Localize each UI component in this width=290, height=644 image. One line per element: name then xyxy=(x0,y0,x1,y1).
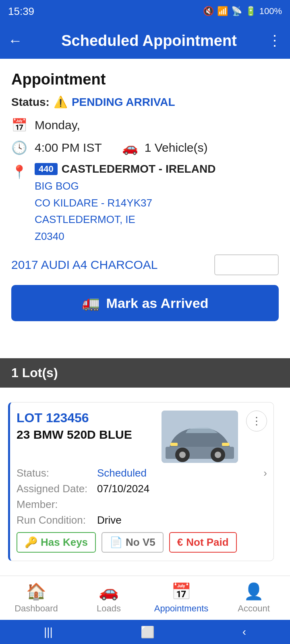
location-details: 440 CASTLEDERMOT - IRELAND BIG BOG CO KI… xyxy=(35,163,215,245)
signal-icon: 📡 xyxy=(231,6,242,17)
vehicle-row: 2017 AUDI A4 CHARCOAL xyxy=(11,254,279,275)
calendar-icon: 📅 xyxy=(11,118,27,133)
back-button[interactable]: ← xyxy=(8,32,23,49)
status-bar: 15:39 🔇 📶 📡 🔋 100% xyxy=(0,0,290,23)
document-icon: 📄 xyxy=(110,536,122,549)
page-title: Scheduled Appointment xyxy=(31,32,267,50)
status-bar-icons: 🔇 📶 📡 🔋 100% xyxy=(203,6,282,17)
address-line1: BIG BOG xyxy=(35,178,215,195)
lot-assigned-date-label: Assigned Date: xyxy=(17,483,97,495)
loads-label: Loads xyxy=(97,603,121,614)
battery-percent: 100% xyxy=(259,6,282,17)
lot-run-condition-value: Drive xyxy=(97,514,267,526)
lot-car-image xyxy=(162,411,238,463)
no-v5-label: No V5 xyxy=(126,536,155,549)
location-badge: 440 xyxy=(35,163,58,175)
nav-appointments[interactable]: 📅 Appointments xyxy=(145,576,218,620)
lot-card: LOT 123456 23 BMW 520D BLUE xyxy=(8,402,274,561)
account-icon: 👤 xyxy=(244,582,264,601)
svg-point-5 xyxy=(215,452,221,458)
address-line2: CO KILDARE - R14YK37 xyxy=(35,195,215,212)
appointments-label: Appointments xyxy=(154,603,209,614)
lots-header: 1 Lot(s) xyxy=(0,358,290,388)
home-button[interactable]: ⬜ xyxy=(141,625,155,639)
vehicles-pair: 🚗 1 Vehicle(s) xyxy=(122,140,208,155)
time-text: 4:00 PM IST xyxy=(35,141,102,155)
date-text: Monday, xyxy=(35,118,80,132)
lot-card-left: LOT 123456 23 BMW 520D BLUE xyxy=(17,411,132,442)
vehicle-input[interactable] xyxy=(214,254,279,275)
not-paid-label: Not Paid xyxy=(186,536,228,549)
lot-badges: 🔑 Has Keys 📄 No V5 € Not Paid xyxy=(17,532,267,553)
lot-member-row: Member: xyxy=(17,498,267,511)
appointment-section-title: Appointment xyxy=(11,71,279,88)
system-bar: ||| ⬜ ‹ xyxy=(0,620,290,644)
has-keys-label: Has Keys xyxy=(41,536,88,549)
lot-run-condition-row: Run Condition: Drive xyxy=(17,514,267,526)
lot-status-label: Status: xyxy=(17,467,97,479)
dashboard-label: Dashboard xyxy=(14,603,58,614)
svg-rect-7 xyxy=(222,443,229,446)
lot-status-value: Scheduled xyxy=(97,467,260,479)
status-row: Status: ⚠️ PENDING ARRIVAL xyxy=(11,95,279,109)
svg-rect-6 xyxy=(170,443,178,446)
status-value: PENDING ARRIVAL xyxy=(72,96,175,109)
not-paid-badge: € Not Paid xyxy=(169,532,237,553)
status-arrow-icon[interactable]: › xyxy=(263,467,267,479)
recent-apps-button[interactable]: ||| xyxy=(44,625,53,638)
battery-icon: 🔋 xyxy=(245,6,256,17)
account-label: Account xyxy=(238,603,270,614)
no-v5-badge: 📄 No V5 xyxy=(102,532,164,553)
mute-icon: 🔇 xyxy=(203,6,214,17)
mark-arrived-button[interactable]: 🚛 Mark as Arrived xyxy=(11,285,279,321)
address-line4: Z0340 xyxy=(35,228,215,245)
app-header: ← Scheduled Appointment ⋮ xyxy=(0,23,290,59)
lot-run-condition-label: Run Condition: xyxy=(17,514,97,526)
lot-cards-area: LOT 123456 23 BMW 520D BLUE xyxy=(0,388,290,576)
address-line3: CASTLEDERMOT, IE xyxy=(35,211,215,228)
vehicles-text: 1 Vehicle(s) xyxy=(145,141,208,155)
lot-card-right: ⋮ xyxy=(162,411,267,463)
nav-dashboard[interactable]: 🏠 Dashboard xyxy=(0,576,72,620)
status-label: Status: xyxy=(11,96,50,109)
lot-car-name: 23 BMW 520D BLUE xyxy=(17,428,132,442)
svg-point-3 xyxy=(179,452,186,458)
location-address: BIG BOG CO KILDARE - R14YK37 CASTLEDERMO… xyxy=(35,178,215,245)
time-vehicles-split: 4:00 PM IST 🚗 1 Vehicle(s) xyxy=(35,140,207,155)
bottom-nav: 🏠 Dashboard 🚗 Loads 📅 Appointments 👤 Acc… xyxy=(0,576,290,620)
lots-count-label: 1 Lot(s) xyxy=(11,365,58,380)
status-time: 15:39 xyxy=(8,5,34,18)
lot-menu-button[interactable]: ⋮ xyxy=(246,411,267,431)
truck-icon: 🚛 xyxy=(82,295,100,312)
location-name: CASTLEDERMOT - IRELAND xyxy=(62,163,216,175)
car-icon: 🚗 xyxy=(122,140,138,155)
nav-loads[interactable]: 🚗 Loads xyxy=(72,576,145,620)
lot-assigned-date-row: Assigned Date: 07/10/2024 xyxy=(17,483,267,495)
lot-card-content: LOT 123456 23 BMW 520D BLUE xyxy=(10,402,273,561)
menu-button[interactable]: ⋮ xyxy=(267,32,282,49)
euro-icon: € xyxy=(177,536,183,549)
lot-status-row: Status: Scheduled › xyxy=(17,467,267,479)
back-system-button[interactable]: ‹ xyxy=(242,625,246,638)
appointments-icon: 📅 xyxy=(171,582,191,601)
clock-icon: 🕓 xyxy=(11,140,27,155)
lot-card-top: LOT 123456 23 BMW 520D BLUE xyxy=(17,411,267,463)
mark-arrived-label: Mark as Arrived xyxy=(106,295,209,311)
nav-account[interactable]: 👤 Account xyxy=(218,576,290,620)
time-vehicles-row: 🕓 4:00 PM IST 🚗 1 Vehicle(s) xyxy=(11,140,279,155)
warning-icon: ⚠️ xyxy=(54,95,68,109)
lot-member-label: Member: xyxy=(17,498,97,511)
location-block: 📍 440 CASTLEDERMOT - IRELAND BIG BOG CO … xyxy=(11,163,279,245)
key-icon: 🔑 xyxy=(25,536,37,549)
car-svg xyxy=(162,411,238,463)
lot-assigned-date-value: 07/10/2024 xyxy=(97,483,267,495)
main-content: Appointment Status: ⚠️ PENDING ARRIVAL 📅… xyxy=(0,59,290,358)
wifi-icon: 📶 xyxy=(217,6,228,17)
dashboard-icon: 🏠 xyxy=(26,582,46,601)
has-keys-badge: 🔑 Has Keys xyxy=(17,532,96,553)
loads-icon: 🚗 xyxy=(99,582,119,601)
vehicle-name: 2017 AUDI A4 CHARCOAL xyxy=(11,258,158,272)
date-row: 📅 Monday, xyxy=(11,118,279,133)
location-icon: 📍 xyxy=(11,164,27,180)
lot-number: LOT 123456 xyxy=(17,411,132,425)
